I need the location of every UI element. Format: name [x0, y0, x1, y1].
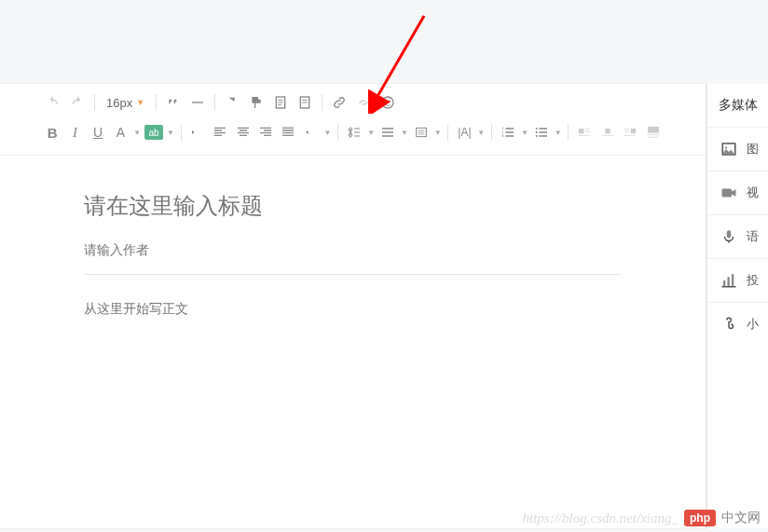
- redo-button[interactable]: [66, 91, 89, 114]
- media-image-button[interactable]: 图: [707, 127, 768, 171]
- caret-icon: ▼: [136, 98, 144, 107]
- video-icon: [720, 184, 737, 201]
- dropdown-icon[interactable]: ▼: [400, 129, 408, 137]
- svg-rect-21: [579, 129, 583, 133]
- toolbar-row-1: 16px▼: [42, 91, 664, 114]
- svg-point-20: [535, 135, 537, 137]
- bold-button[interactable]: B: [42, 121, 62, 143]
- align-left-button[interactable]: [210, 121, 230, 143]
- media-label: 图: [747, 141, 759, 157]
- float-center-button[interactable]: [597, 121, 618, 143]
- editor-panel: 16px▼ B I U A ▼ ab: [0, 84, 706, 528]
- svg-rect-27: [722, 189, 733, 198]
- image-icon: [720, 141, 737, 157]
- font-a-label: A: [117, 125, 125, 140]
- header-gap: [0, 0, 768, 84]
- php-badge: php: [684, 510, 716, 526]
- separator: [491, 124, 492, 141]
- ordered-list-button[interactable]: 123: [498, 121, 518, 143]
- svg-point-26: [725, 146, 727, 148]
- indent-button[interactable]: [187, 121, 208, 143]
- float-left-button[interactable]: [574, 121, 595, 143]
- multimedia-title: 多媒体: [707, 84, 768, 127]
- doc2-button[interactable]: [294, 91, 316, 114]
- font-color-button[interactable]: A: [110, 121, 130, 143]
- undo-button[interactable]: [42, 91, 64, 114]
- separator: [181, 124, 182, 141]
- toolbar-row-2: B I U A ▼ ab ▼ ▼ ▼ ▼: [42, 121, 664, 143]
- unordered-list-button[interactable]: [531, 121, 552, 143]
- watermark: https://blog.csdn.net/xiang_ php 中文网: [523, 510, 761, 526]
- float-none-button[interactable]: [642, 121, 663, 143]
- multimedia-panel: 多媒体 图 视 语 投 小: [706, 84, 768, 528]
- separator: [322, 94, 322, 111]
- clear-format-button[interactable]: [221, 91, 243, 114]
- svg-rect-24: [648, 127, 659, 133]
- title-input[interactable]: [84, 193, 622, 219]
- align-center-button[interactable]: [232, 121, 253, 143]
- content-area: [0, 156, 706, 528]
- author-input[interactable]: [84, 242, 622, 275]
- svg-text:3: 3: [501, 133, 504, 138]
- align-right-button[interactable]: [255, 121, 276, 143]
- fontsize-selector[interactable]: 16px▼: [101, 96, 150, 110]
- separator: [156, 94, 157, 111]
- dropdown-icon[interactable]: ▼: [520, 129, 528, 137]
- italic-button[interactable]: I: [64, 121, 85, 143]
- spacing-button[interactable]: [377, 121, 398, 143]
- unlink-button[interactable]: [352, 91, 375, 114]
- main-container: 16px▼ B I U A ▼ ab: [0, 84, 768, 528]
- body-input[interactable]: [84, 301, 622, 487]
- svg-point-9: [385, 101, 387, 102]
- dropdown-icon[interactable]: ▼: [323, 129, 332, 137]
- dropdown-icon[interactable]: ▼: [367, 129, 376, 137]
- float-right-button[interactable]: [620, 121, 640, 143]
- media-audio-button[interactable]: 语: [707, 214, 768, 258]
- media-label: 小: [747, 316, 759, 333]
- dropdown-icon[interactable]: ▼: [554, 129, 562, 137]
- watermark-suffix: 中文网: [721, 510, 761, 526]
- format-paint-button[interactable]: [245, 91, 267, 114]
- align-justify-button[interactable]: [278, 121, 298, 143]
- separator: [568, 124, 569, 141]
- doc1-button[interactable]: [269, 91, 292, 114]
- bg-color-button[interactable]: ab: [144, 121, 164, 143]
- svg-rect-28: [727, 230, 732, 238]
- svg-rect-31: [732, 274, 734, 286]
- svg-point-10: [389, 101, 391, 102]
- mic-icon: [720, 228, 737, 245]
- svg-rect-29: [723, 280, 725, 286]
- underline-button[interactable]: U: [88, 121, 108, 143]
- bg-label: ab: [144, 125, 163, 140]
- quote-button[interactable]: [162, 91, 185, 114]
- miniprogram-icon: [720, 316, 737, 333]
- media-miniprogram-button[interactable]: 小: [707, 302, 768, 346]
- hr-button[interactable]: [186, 91, 209, 114]
- margin-button[interactable]: [411, 121, 432, 143]
- emoji-button[interactable]: [377, 91, 399, 114]
- svg-rect-23: [631, 129, 636, 133]
- link-button[interactable]: [328, 91, 350, 114]
- dropdown-icon[interactable]: ▼: [133, 129, 142, 137]
- line-spacing-button[interactable]: [344, 121, 364, 143]
- letterspace-button[interactable]: |A|: [454, 121, 474, 143]
- media-label: 语: [747, 228, 759, 245]
- outdent-button[interactable]: [301, 121, 322, 143]
- dropdown-icon[interactable]: ▼: [477, 129, 486, 137]
- dropdown-icon[interactable]: ▼: [433, 129, 442, 137]
- separator: [337, 124, 338, 141]
- svg-point-8: [382, 97, 393, 108]
- media-video-button[interactable]: 视: [707, 171, 768, 214]
- fontsize-label: 16px: [106, 96, 132, 110]
- svg-rect-22: [605, 129, 610, 133]
- svg-point-18: [535, 128, 537, 130]
- svg-rect-30: [728, 277, 730, 286]
- media-chart-button[interactable]: 投: [707, 258, 768, 302]
- watermark-url: https://blog.csdn.net/xiang_: [523, 511, 679, 526]
- media-label: 视: [747, 184, 759, 201]
- svg-rect-0: [192, 102, 203, 102]
- dropdown-icon[interactable]: ▼: [166, 129, 174, 137]
- svg-point-19: [535, 131, 537, 133]
- toolbar: 16px▼ B I U A ▼ ab: [0, 84, 706, 156]
- separator: [214, 94, 215, 111]
